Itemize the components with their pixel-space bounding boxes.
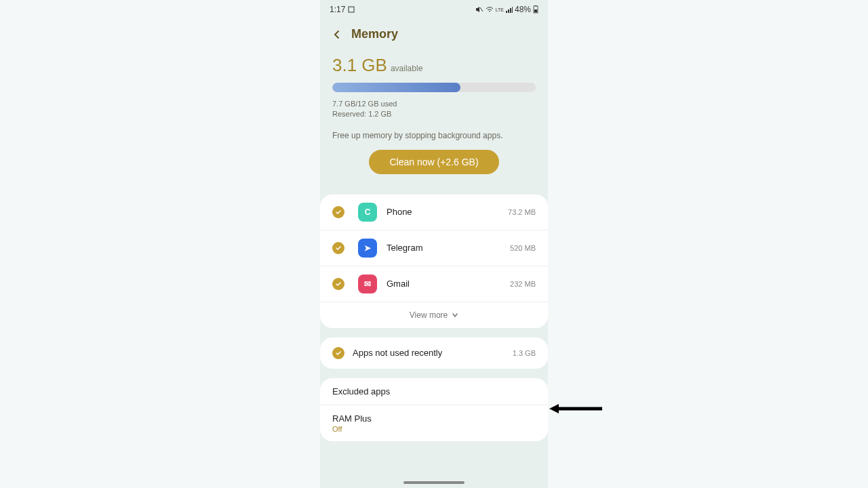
check-icon[interactable] xyxy=(332,347,344,359)
used-line: 7.7 GB/12 GB used xyxy=(332,99,536,109)
app-name: Telegram xyxy=(387,243,510,253)
app-row[interactable]: ➤Telegram520 MB xyxy=(320,230,548,266)
not-used-card: Apps not used recently 1.3 GB xyxy=(320,338,548,369)
memory-progress-fill xyxy=(332,83,460,92)
app-icon: C xyxy=(358,203,377,222)
view-more-label: View more xyxy=(410,310,448,320)
memory-progress-bar xyxy=(332,83,536,92)
available-row: 3.1 GB available xyxy=(332,55,536,76)
ram-plus-state: Off xyxy=(332,425,536,433)
app-icon: ✉ xyxy=(358,274,377,293)
svg-rect-8 xyxy=(535,5,537,6)
header: Memory xyxy=(320,19,548,55)
battery-percent: 48% xyxy=(515,5,531,14)
svg-rect-5 xyxy=(512,7,513,13)
not-used-size: 1.3 GB xyxy=(513,349,536,357)
app-icon: ➤ xyxy=(358,239,377,258)
svg-rect-7 xyxy=(534,9,537,12)
signal-icon xyxy=(506,6,513,13)
check-icon[interactable] xyxy=(332,206,344,218)
app-name: Gmail xyxy=(387,279,510,289)
excluded-apps-label: Excluded apps xyxy=(332,386,536,396)
screenshot-icon xyxy=(348,6,355,13)
svg-rect-0 xyxy=(349,7,354,12)
check-icon[interactable] xyxy=(332,242,344,254)
reserved-line: Reserved: 1.2 GB xyxy=(332,109,536,119)
clock: 1:17 xyxy=(330,5,345,14)
wifi-icon xyxy=(486,6,494,13)
status-right: LTE 48% xyxy=(475,5,538,14)
arrow-annotation-icon xyxy=(549,402,604,415)
lte-icon: LTE xyxy=(496,7,504,12)
apps-card: CPhone73.2 MB➤Telegram520 MB✉Gmail232 MB… xyxy=(320,195,548,328)
view-more-button[interactable]: View more xyxy=(320,302,548,328)
battery-icon xyxy=(533,5,538,14)
memory-summary: 3.1 GB available 7.7 GB/12 GB used Reser… xyxy=(320,55,548,195)
clean-now-button[interactable]: Clean now (+2.6 GB) xyxy=(369,150,498,174)
hint-line: Free up memory by stopping background ap… xyxy=(332,131,536,140)
ram-plus-title: RAM Plus xyxy=(332,413,536,424)
chevron-down-icon xyxy=(452,312,458,319)
svg-marker-10 xyxy=(549,404,559,413)
not-used-label: Apps not used recently xyxy=(353,348,505,358)
app-row[interactable]: CPhone73.2 MB xyxy=(320,195,548,230)
status-left: 1:17 xyxy=(330,5,355,14)
excluded-apps-row[interactable]: Excluded apps xyxy=(320,378,548,405)
svg-rect-2 xyxy=(506,11,507,13)
settings-card: Excluded apps RAM Plus Off xyxy=(320,378,548,441)
available-value: 3.1 GB xyxy=(332,55,387,76)
ram-plus-row[interactable]: RAM Plus Off xyxy=(320,405,548,441)
app-name: Phone xyxy=(387,207,508,217)
page-title: Memory xyxy=(351,27,398,41)
apps-not-used-row[interactable]: Apps not used recently 1.3 GB xyxy=(320,338,548,369)
app-size: 73.2 MB xyxy=(508,208,536,216)
nav-handle[interactable] xyxy=(403,481,465,484)
svg-rect-4 xyxy=(510,8,511,13)
mute-icon xyxy=(475,6,484,13)
app-size: 520 MB xyxy=(510,244,536,252)
app-row[interactable]: ✉Gmail232 MB xyxy=(320,266,548,302)
svg-rect-3 xyxy=(508,9,509,13)
available-label: available xyxy=(391,64,422,73)
status-bar: 1:17 LTE 48% xyxy=(320,0,548,19)
svg-line-1 xyxy=(480,7,483,12)
app-size: 232 MB xyxy=(510,280,536,288)
phone-screen: 1:17 LTE 48% Memory 3.1 GB available 7.7… xyxy=(320,0,548,488)
back-icon[interactable] xyxy=(332,30,342,39)
check-icon[interactable] xyxy=(332,278,344,290)
